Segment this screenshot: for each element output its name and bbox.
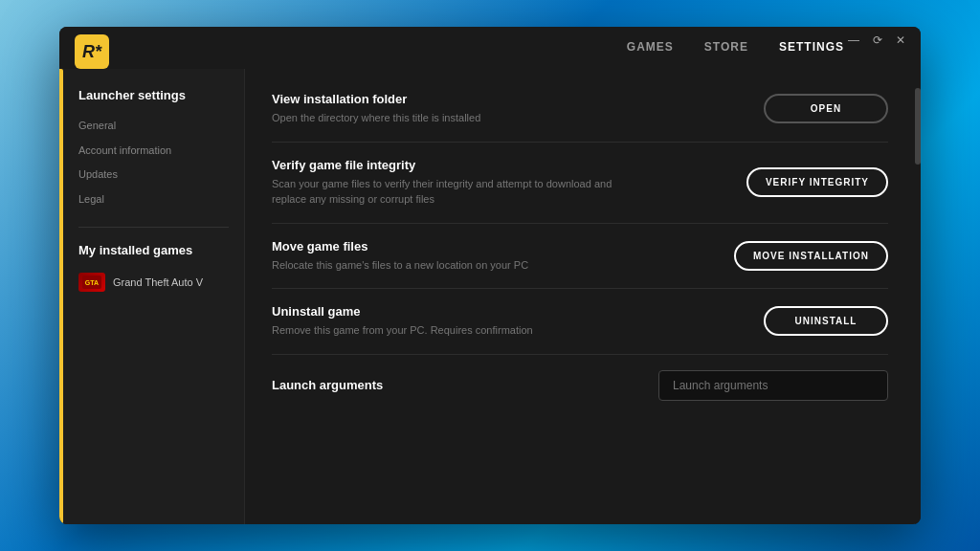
sidebar-item-legal[interactable]: Legal — [78, 187, 229, 212]
app-window: R* GAMES STORE SETTINGS — ⟳ ✕ Launcher s… — [59, 27, 921, 524]
launch-arguments-row: Launch arguments — [272, 355, 888, 416]
settings-panel: View installation folder Open the direct… — [245, 69, 915, 524]
move-files-info: Move game files Relocate this game's fil… — [272, 239, 734, 274]
app-logo-area: R* — [75, 34, 109, 69]
uninstall-info: Uninstall game Remove this game from you… — [272, 304, 764, 339]
scrollbar-thumb[interactable] — [915, 88, 921, 165]
install-folder-info: View installation folder Open the direct… — [272, 92, 764, 126]
verify-integrity-button[interactable]: VERIFY INTEGRITY — [746, 167, 888, 197]
verify-integrity-desc: Scan your game files to verify their int… — [272, 176, 635, 208]
verify-integrity-row: Verify game file integrity Scan your gam… — [272, 143, 888, 224]
close-button[interactable]: ✕ — [896, 34, 905, 46]
launcher-settings-title: Launcher settings — [78, 88, 229, 102]
window-controls: — ⟳ ✕ — [848, 34, 905, 46]
nav-store[interactable]: STORE — [704, 40, 748, 54]
svg-text:GTA: GTA — [85, 279, 99, 286]
sidebar-divider — [78, 227, 229, 228]
minimize-button[interactable]: — — [848, 34, 859, 46]
install-folder-desc: Open the directory where this title is i… — [272, 110, 635, 126]
scrollbar[interactable] — [915, 69, 921, 524]
restore-button[interactable]: ⟳ — [873, 34, 882, 46]
verify-integrity-info: Verify game file integrity Scan your gam… — [272, 158, 746, 208]
top-nav: GAMES STORE SETTINGS — [627, 40, 844, 54]
move-files-desc: Relocate this game's files to a new loca… — [272, 257, 635, 274]
uninstall-desc: Remove this game from your PC. Requires … — [272, 322, 635, 339]
nav-games[interactable]: GAMES — [627, 40, 674, 54]
move-files-title: Move game files — [272, 239, 711, 253]
launch-arguments-input[interactable] — [658, 370, 888, 401]
install-folder-title: View installation folder — [272, 92, 741, 106]
launch-arguments-label: Launch arguments — [272, 378, 383, 392]
sidebar: Launcher settings General Account inform… — [63, 69, 245, 524]
game-icon-gta5: GTA — [78, 273, 105, 292]
titlebar: R* GAMES STORE SETTINGS — ⟳ ✕ — [59, 27, 921, 69]
install-folder-row: View installation folder Open the direct… — [272, 88, 888, 143]
sidebar-item-updates[interactable]: Updates — [78, 163, 229, 187]
main-content-area: Launcher settings General Account inform… — [59, 69, 921, 524]
sidebar-item-account[interactable]: Account information — [78, 139, 229, 164]
installed-games-title: My installed games — [78, 243, 229, 257]
uninstall-button[interactable]: UNINSTALL — [764, 306, 888, 336]
rockstar-logo: R* — [75, 34, 109, 69]
move-files-row: Move game files Relocate this game's fil… — [272, 224, 888, 290]
sidebar-item-general[interactable]: General — [78, 114, 229, 139]
open-button[interactable]: OPEN — [764, 94, 888, 123]
verify-integrity-title: Verify game file integrity — [272, 158, 724, 172]
game-item-gta5[interactable]: GTA Grand Theft Auto V — [78, 269, 229, 296]
game-name-gta5: Grand Theft Auto V — [113, 276, 203, 288]
uninstall-title: Uninstall game — [272, 304, 741, 319]
uninstall-row: Uninstall game Remove this game from you… — [272, 289, 888, 355]
move-installation-button[interactable]: MOVE INSTALLATION — [734, 241, 888, 271]
nav-settings[interactable]: SETTINGS — [779, 40, 844, 54]
